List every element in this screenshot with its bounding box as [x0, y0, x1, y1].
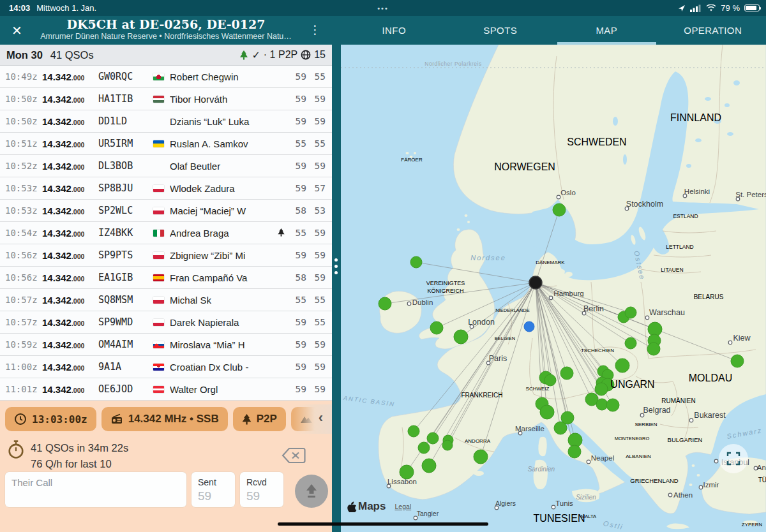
qso-contact-marker[interactable]	[540, 405, 554, 419]
map-view[interactable]: Nördlicher PolarkreisFÄRÖERNORWEGENSCHWE…	[341, 45, 766, 532]
station-marker[interactable]	[529, 276, 542, 289]
map-label: SCHWEDEN	[567, 137, 626, 147]
their-call-input[interactable]: Their Call	[5, 472, 186, 507]
qso-contact-marker[interactable]	[474, 450, 488, 464]
rst-sent-input[interactable]: Sent 59	[192, 472, 235, 507]
map-label: Marseille	[515, 425, 544, 432]
fullscreen-button[interactable]	[719, 444, 748, 473]
qso-row[interactable]: 10:49z 14.342.000 GW0RQC Robert Chegwin …	[0, 66, 332, 88]
rst-rcvd-input[interactable]: Rcvd 59	[240, 472, 283, 507]
qso-callsign: SP9PTS	[98, 249, 153, 261]
qso-rows: 10:49z 14.342.000 GW0RQC Robert Chegwin …	[0, 66, 332, 401]
qso-row[interactable]: 10:53z 14.342.000 SP2WLC Maciej “Maciej”…	[0, 200, 332, 222]
pill-14-342-mhz-ssb[interactable]: 14.342 MHz • SSB	[101, 407, 228, 431]
qso-row[interactable]: 11:00z 14.342.000 9A1A Croatian Dx Club …	[0, 356, 332, 378]
qso-row[interactable]: 10:56z 14.342.000 EA1GIB Fran Campañó Va…	[0, 267, 332, 289]
qso-contact-marker[interactable]	[595, 383, 608, 395]
qso-operator-name: Robert Chegwin	[170, 71, 274, 82]
qso-contact-marker[interactable]	[625, 307, 636, 318]
backspace-icon[interactable]	[281, 447, 306, 464]
upload-icon	[303, 483, 320, 499]
country-flag-icon	[153, 140, 164, 147]
qso-contact-marker[interactable]	[606, 399, 619, 411]
country-flag-icon	[153, 341, 164, 348]
qso-operator-name: Olaf Beutler	[170, 161, 274, 172]
qso-callsign: SQ8MSM	[98, 294, 153, 306]
pill-p2p[interactable]: P2P	[233, 407, 286, 431]
pill-13-03-00z[interactable]: 13:03:00z	[5, 407, 96, 431]
qso-contact-marker[interactable]	[647, 343, 660, 355]
qso-contact-marker[interactable]	[400, 465, 414, 479]
tab-info[interactable]: INFO	[341, 16, 447, 45]
map-label: NIEDERLANDE	[495, 307, 529, 313]
country-flag-icon	[153, 274, 164, 281]
qso-row[interactable]: 10:53z 14.342.000 SP8BJU Wlodek Zadura 5…	[0, 177, 332, 200]
qso-time: 11:01z	[0, 384, 42, 394]
qso-operator-name: Maciej “Maciej” W	[170, 205, 274, 216]
map-label: TUNESIEN	[534, 513, 585, 524]
map-label: FRANKREICH	[461, 392, 502, 399]
qso-rst-sent: 59	[287, 94, 306, 104]
qso-contact-marker[interactable]	[410, 256, 422, 268]
qso-contact-marker[interactable]	[418, 442, 430, 454]
qso-rst-rcvd: 59	[306, 228, 326, 238]
map-label: LETTLAND	[666, 244, 693, 250]
qso-row[interactable]: 10:57z 14.342.000 SP9WMD Darek Napierala…	[0, 311, 332, 334]
qso-contact-marker[interactable]	[615, 358, 629, 373]
panel-divider[interactable]	[332, 45, 341, 532]
qso-row[interactable]: 10:57z 14.342.000 SQ8MSM Michal Sk 55 55	[0, 289, 332, 311]
qso-contact-marker[interactable]	[553, 203, 566, 216]
qso-frequency: 14.342.000	[42, 339, 98, 350]
qso-contact-marker[interactable]	[379, 297, 391, 310]
qso-rst-rcvd: 55	[306, 71, 326, 82]
qso-row[interactable]: 10:50z 14.342.000 DD1LD Dzianis “Luk” Lu…	[0, 110, 332, 133]
map-label: FINNLAND	[670, 112, 721, 123]
tab-map[interactable]: MAP	[553, 16, 660, 45]
qso-contact-marker[interactable]	[625, 337, 636, 349]
qso-row[interactable]: 10:51z 14.342.000 UR5IRM Ruslan A. Samko…	[0, 133, 332, 155]
qso-contact-marker[interactable]	[554, 422, 567, 434]
qso-row[interactable]: 10:52z 14.342.000 DL3BOB Olaf Beutler 59…	[0, 155, 332, 177]
map-label: BELGIEN	[495, 336, 516, 341]
map-label: Warschau	[649, 308, 685, 317]
map-label: GRIECHENLAND	[630, 477, 679, 484]
qso-contact-marker[interactable]	[560, 367, 573, 380]
qso-row[interactable]: 11:01z 14.342.000 OE6JOD Walter Orgl 59 …	[0, 378, 332, 401]
qso-contact-marker[interactable]	[454, 330, 468, 344]
pill-sota[interactable]: SOTA	[291, 407, 332, 431]
country-flag-icon	[153, 207, 164, 214]
p2p-pine-icon	[278, 228, 285, 237]
qso-time: 10:56z	[0, 250, 42, 260]
kebab-menu-icon[interactable]: ⋮	[309, 22, 321, 37]
qso-time: 10:53z	[0, 205, 42, 216]
qso-callsign: UR5IRM	[98, 138, 153, 149]
legal-link[interactable]: Legal	[394, 503, 411, 510]
qso-rst-sent: 58	[287, 272, 306, 283]
qso-contact-marker[interactable]	[568, 445, 581, 458]
qso-row[interactable]: 10:59z 14.342.000 OM4AIM Miroslava “Mia”…	[0, 334, 332, 356]
qso-row[interactable]: 10:50z 14.342.000 HA1TIB Tibor Horváth 5…	[0, 88, 332, 110]
chevron-left-icon[interactable]: ‹	[319, 410, 323, 426]
qso-row[interactable]: 10:56z 14.342.000 SP9PTS Zbigniew “Zibi”…	[0, 244, 332, 267]
tab-operation[interactable]: OPERATION	[660, 16, 766, 45]
map-label: Izmir	[703, 481, 719, 489]
qso-contact-marker[interactable]	[408, 425, 419, 437]
qso-row[interactable]: 10:54z 14.342.000 IZ4BKK Andrea Braga 55…	[0, 222, 332, 244]
map-label: Oslo	[560, 189, 576, 196]
sent-value: 59	[198, 489, 229, 503]
blue-marker[interactable]	[524, 321, 534, 332]
qso-contact-marker[interactable]	[544, 374, 556, 386]
home-indicator[interactable]	[278, 522, 488, 526]
qso-contact-marker[interactable]	[430, 321, 443, 334]
qso-contact-marker[interactable]	[731, 355, 744, 367]
qso-contact-marker[interactable]	[422, 459, 436, 473]
drag-handle-icon[interactable]	[334, 258, 338, 274]
city-ring-icon	[699, 485, 703, 489]
city-ring-icon	[557, 195, 560, 199]
qso-frequency: 14.342.000	[42, 295, 98, 306]
log-submit-button[interactable]	[295, 475, 328, 508]
qso-contact-marker[interactable]	[427, 432, 439, 444]
qso-contact-marker[interactable]	[596, 399, 608, 410]
tab-spots[interactable]: SPOTS	[447, 16, 554, 45]
qso-contact-marker[interactable]	[442, 440, 453, 450]
